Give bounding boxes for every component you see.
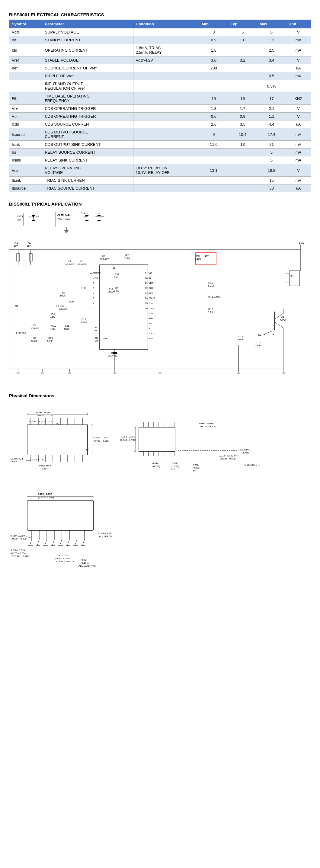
table-row: VrefSTABLE VOLTAGEVdd>4.2V3.03.23.4V — [9, 57, 311, 64]
table-cell: 1.8 — [199, 44, 228, 57]
svg-text:C14: C14 — [257, 341, 261, 344]
svg-text:18K: 18K — [50, 315, 55, 318]
svg-text:C3: C3 — [97, 212, 100, 215]
svg-text:(5.791 - 6.198): (5.791 - 6.198) — [94, 440, 109, 442]
table-cell: 3.5 — [228, 121, 257, 128]
table-cell: CDS OPERATING TRIGGER — [42, 105, 133, 113]
svg-text:8K: 8K — [95, 329, 97, 332]
table-row: ItsourceTRIAC SOURCE CURRENT50uA — [9, 184, 311, 192]
table-cell: Itsource — [9, 184, 42, 192]
table-cell: 15 — [199, 92, 228, 105]
table-header-cell: Typ. — [228, 20, 257, 28]
svg-text:R8: R8 — [196, 254, 200, 257]
table-cell — [199, 184, 228, 192]
table-cell: Idd — [9, 44, 42, 57]
table-cell — [228, 64, 257, 72]
svg-text:2: 2 — [93, 302, 95, 305]
svg-text:470pF: 470pF — [64, 328, 70, 330]
svg-text:R6: R6 — [95, 326, 98, 329]
svg-text:3.3V: 3.3V — [299, 241, 305, 244]
table-cell — [228, 184, 257, 192]
svg-line-276 — [60, 539, 62, 546]
svg-text:SEATING: SEATING — [240, 448, 251, 451]
table-cell: Ftb — [9, 92, 42, 105]
table-cell: CDS OUTPUT SINK CURRENT — [42, 141, 133, 149]
table-row: IstSTANDY CURRENT0.91.01.2mA — [9, 36, 311, 44]
svg-text:R1: R1 — [14, 241, 18, 244]
phys-section: Physical Dimensions 16 15 14 13 12 11 10… — [9, 393, 311, 582]
svg-text:R10: R10 — [51, 324, 57, 327]
table-cell — [133, 28, 199, 36]
svg-text:9: 9 — [145, 272, 147, 274]
table-cell: CDS OUTPUT SOURCECURRENT — [42, 128, 133, 141]
table-cell: 0.3% — [257, 80, 286, 92]
svg-text:Vin: Vin — [58, 218, 62, 220]
svg-text:ALL LEADS: ALL LEADS — [99, 535, 112, 538]
table-row: IcdsCDS SOURCE CURRENT2.63.54.4uA — [9, 121, 311, 128]
svg-text:C2: C2 — [85, 212, 88, 215]
svg-text:6.2K: 6.2K — [208, 311, 214, 314]
svg-text:C5: C5 — [80, 260, 83, 263]
svg-text:R4: R4 — [95, 337, 98, 339]
svg-text:RC2: RC2 — [149, 292, 154, 294]
ec-section: BISS0001 ELECTRICAL CHARACTERISTICS Symb… — [9, 12, 311, 192]
svg-text:(0.356): (0.356) — [153, 465, 160, 468]
table-cell: 0.6 — [199, 113, 228, 121]
table-cell: 3.4 — [257, 57, 286, 64]
svg-text:13: 13 — [145, 292, 148, 294]
table-cell: SOURCE CURRENT OF Vref — [42, 64, 133, 72]
svg-text:14: 14 — [145, 297, 148, 300]
table-cell: 9 — [199, 128, 228, 141]
svg-text:TYP: TYP — [170, 468, 175, 471]
svg-rect-263 — [27, 500, 94, 530]
table-cell — [133, 128, 199, 141]
svg-text:C8: C8 — [33, 324, 36, 327]
table-cell: mA — [286, 128, 311, 141]
table-cell: 0.5 — [257, 72, 286, 80]
svg-text:0.053 - 0.069: 0.053 - 0.069 — [121, 435, 135, 438]
table-cell: 200 — [199, 64, 228, 72]
svg-text:2OUT: 2OUT — [149, 297, 155, 300]
svg-text:热敏电阻: 热敏电阻 — [59, 308, 67, 311]
phys-diagrams: 16 15 14 13 12 11 10 9 1 2 3 4 5 6 7 8 — [9, 401, 311, 582]
table-cell: Vro — [9, 164, 42, 177]
svg-line-273 — [37, 539, 39, 546]
svg-line-277 — [67, 539, 69, 546]
table-cell: TRIAC SOURCE CURRENT — [42, 184, 133, 192]
svg-text:0.008: 0.008 — [193, 463, 199, 466]
svg-text:C7: C7 — [102, 254, 105, 257]
table-cell: 2.1 — [257, 105, 286, 113]
svg-text:(0.203 - 0.254): (0.203 - 0.254) — [10, 552, 27, 555]
table-cell: mA — [286, 141, 311, 149]
table-cell: mA — [286, 44, 311, 57]
phys-svg: 16 15 14 13 12 11 10 9 1 2 3 4 5 6 7 8 — [9, 401, 311, 582]
svg-text:C12: C12 — [109, 288, 113, 290]
table-cell: 1.3 — [199, 105, 228, 113]
svg-text:(3.810 - 3.988): (3.810 - 3.988) — [38, 496, 54, 499]
table-cell: 18.8V: RELAY ON13.1V: RELAY OFF — [133, 164, 199, 177]
svg-text:12: 12 — [145, 287, 148, 289]
svg-text:2.2M: 2.2M — [114, 290, 120, 292]
table-cell: 17.4 — [257, 128, 286, 141]
svg-text:VnRESET: VnRESET — [90, 272, 101, 274]
table-cell: CDS OPREATING TRIGGER — [42, 113, 133, 121]
svg-text:Vout: Vout — [65, 218, 70, 220]
table-cell — [133, 141, 199, 149]
svg-line-274 — [45, 539, 47, 546]
svg-text:(0.254): (0.254) — [41, 467, 49, 470]
table-cell: Vt- — [9, 113, 42, 121]
table-cell: TIME BASE OPERATINGFREQUENCY — [42, 92, 133, 105]
svg-text:R15: R15 — [208, 308, 214, 311]
svg-text:R12: R12 — [115, 273, 119, 275]
table-cell: 50 — [257, 184, 286, 192]
svg-text:0001: 0001 — [149, 337, 154, 340]
table-cell: mA — [286, 149, 311, 156]
table-cell: 3.2 — [228, 57, 257, 64]
svg-text:10: 10 — [145, 277, 148, 280]
table-cell — [133, 105, 199, 113]
svg-text:U2: U2 — [112, 267, 115, 270]
svg-text:103pF: 103pF — [107, 291, 115, 293]
table-cell: 0.9 — [228, 113, 257, 121]
svg-line-272 — [30, 539, 32, 546]
svg-text:4: 4 — [93, 292, 95, 294]
